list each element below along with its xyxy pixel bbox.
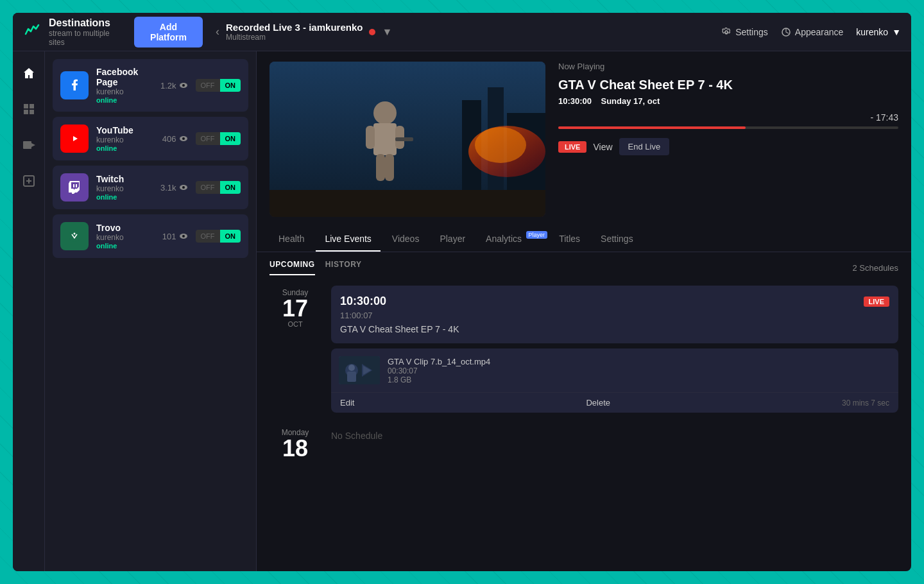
event-end-time: 11:00:07 — [340, 311, 889, 320]
svg-rect-16 — [73, 184, 74, 187]
tab-titles[interactable]: Titles — [550, 227, 589, 252]
youtube-toggle[interactable]: OFF ON — [196, 132, 241, 145]
platform-card-twitch[interactable]: Twitch kurenko online 3.1k OFF ON — [53, 166, 248, 209]
youtube-toggle-off[interactable]: OFF — [196, 132, 220, 145]
facebook-info: Facebook Page kurenko online — [96, 67, 153, 104]
clip-thumbnail — [339, 356, 380, 384]
svg-marker-6 — [31, 143, 35, 147]
end-live-button[interactable]: End Live — [619, 138, 670, 155]
stream-live-badge: LIVE — [558, 141, 586, 153]
clip-card: GTA V Clip 7.b_14_oct.mp4 00:30:07 1.8 G… — [331, 348, 898, 413]
clip-action-bar: Edit Delete 30 mins 7 sec — [331, 392, 898, 413]
stream-date: Sunday 17, oct — [601, 96, 660, 106]
twitch-toggle[interactable]: OFF ON — [196, 181, 241, 194]
now-playing-panel: Now Playing GTA V Cheat Sheet EP 7 - 4K … — [558, 62, 898, 217]
clip-edit-button[interactable]: Edit — [340, 398, 354, 408]
twitch-viewers: 3.1k — [160, 183, 188, 193]
settings-label: Settings — [735, 27, 768, 37]
trovo-viewers: 101 — [162, 232, 188, 241]
twitch-name: Twitch — [96, 174, 153, 184]
facebook-toggle[interactable]: OFF ON — [196, 79, 241, 92]
facebook-status: online — [96, 96, 153, 104]
tab-videos[interactable]: Videos — [383, 227, 429, 252]
settings-button[interactable]: Settings — [721, 27, 768, 37]
trovo-user: kurenko — [96, 233, 155, 242]
add-platform-button[interactable]: Add Platform — [134, 17, 203, 47]
platform-card-facebook[interactable]: Facebook Page kurenko online 1.2k OFF ON — [53, 59, 248, 112]
tab-settings[interactable]: Settings — [592, 227, 642, 252]
trovo-name: Trovo — [96, 223, 155, 233]
svg-point-28 — [475, 127, 526, 163]
twitch-toggle-on[interactable]: ON — [220, 181, 241, 194]
schedules-count: 2 Schedules — [852, 263, 898, 273]
platform-card-trovo[interactable]: Trovo kurenko online 101 OFF ON — [53, 214, 248, 258]
trovo-toggle[interactable]: OFF ON — [196, 230, 241, 243]
video-overlay — [270, 62, 545, 217]
main-content-area: Facebook Page kurenko online 1.2k OFF ON — [13, 51, 911, 571]
facebook-viewers: 1.2k — [160, 81, 188, 90]
sidebar-icon-bar — [13, 51, 45, 571]
trovo-toggle-on[interactable]: ON — [220, 230, 241, 243]
view-stream-button[interactable]: View — [593, 142, 612, 152]
schedule-list: Sunday 17 OCT 10:30:00 LIVE 11:00:07 G — [257, 275, 911, 571]
tab-analytics[interactable]: Analytics Player — [477, 227, 547, 252]
clip-filename: GTA V Clip 7.b_14_oct.mp4 — [388, 357, 490, 366]
user-dropdown-icon: ▼ — [892, 27, 901, 37]
stream-dropdown-button[interactable]: ▼ — [382, 26, 392, 38]
clip-delete-button[interactable]: Delete — [586, 398, 610, 408]
video-frame — [270, 62, 545, 217]
monday-day-num: 18 — [270, 437, 321, 460]
trovo-status: online — [96, 242, 155, 250]
svg-point-29 — [373, 101, 397, 125]
stream-start-time: 10:30:00 — [558, 96, 592, 106]
tab-health[interactable]: Health — [270, 227, 313, 252]
event-start-time: 10:30:00 — [340, 295, 386, 308]
svg-point-20 — [74, 233, 76, 235]
svg-rect-2 — [30, 104, 34, 108]
svg-rect-33 — [376, 154, 385, 181]
stream-countdown: - 17:43 — [558, 112, 898, 123]
sidebar-item-grid[interactable] — [17, 98, 40, 121]
sub-tab-upcoming[interactable]: UPCOMING — [270, 260, 315, 275]
clip-thumb-image — [339, 356, 380, 384]
svg-rect-40 — [347, 372, 356, 382]
sidebar-item-plus[interactable] — [17, 169, 40, 193]
destinations-info: Destinations stream to multiple sites — [49, 17, 116, 47]
appearance-button[interactable]: Appearance — [781, 27, 844, 37]
clip-filesize: 1.8 GB — [388, 375, 490, 384]
now-playing-game-title: GTA V Cheat Sheet EP 7 - 4K — [558, 78, 898, 92]
sidebar-item-video[interactable] — [17, 133, 40, 157]
youtube-toggle-on[interactable]: ON — [220, 132, 241, 145]
sunday-day-num: 17 — [270, 297, 321, 320]
facebook-toggle-off[interactable]: OFF — [196, 79, 220, 92]
schedule-sub-tabs: UPCOMING HISTORY 2 Schedules — [257, 252, 911, 275]
now-playing-actions: LIVE View End Live — [558, 138, 898, 155]
svg-rect-37 — [339, 356, 380, 384]
facebook-toggle-on[interactable]: ON — [220, 79, 241, 92]
svg-point-11 — [182, 84, 185, 87]
back-button[interactable]: ‹ — [216, 25, 219, 39]
tab-live-events[interactable]: Live Events — [316, 227, 380, 252]
youtube-user: kurenko — [96, 135, 155, 144]
tab-player[interactable]: Player — [431, 227, 474, 252]
sidebar-item-home[interactable] — [17, 62, 40, 85]
destinations-subtitle: stream to multiple sites — [49, 29, 116, 47]
appearance-icon — [781, 27, 791, 37]
sub-tab-history[interactable]: HISTORY — [325, 260, 362, 275]
no-schedule-label: No Schedule — [331, 425, 898, 441]
sunday-month: OCT — [270, 320, 321, 328]
user-menu-button[interactable]: kurenko ▼ — [856, 27, 901, 37]
svg-rect-3 — [24, 110, 28, 114]
youtube-info: YouTube kurenko online — [96, 125, 155, 152]
trovo-logo — [60, 222, 89, 250]
trovo-toggle-off[interactable]: OFF — [196, 230, 220, 243]
platform-card-youtube[interactable]: YouTube kurenko online 406 OFF ON — [53, 117, 248, 160]
date-sunday: Sunday 17 OCT — [270, 286, 321, 413]
svg-rect-5 — [23, 141, 31, 149]
svg-rect-4 — [30, 110, 34, 114]
svg-rect-1 — [24, 104, 28, 108]
twitch-toggle-off[interactable]: OFF — [196, 181, 220, 194]
logo-area: Destinations stream to multiple sites Ad… — [23, 17, 203, 47]
twitch-user: kurenko — [96, 184, 153, 193]
svg-point-22 — [182, 235, 185, 237]
